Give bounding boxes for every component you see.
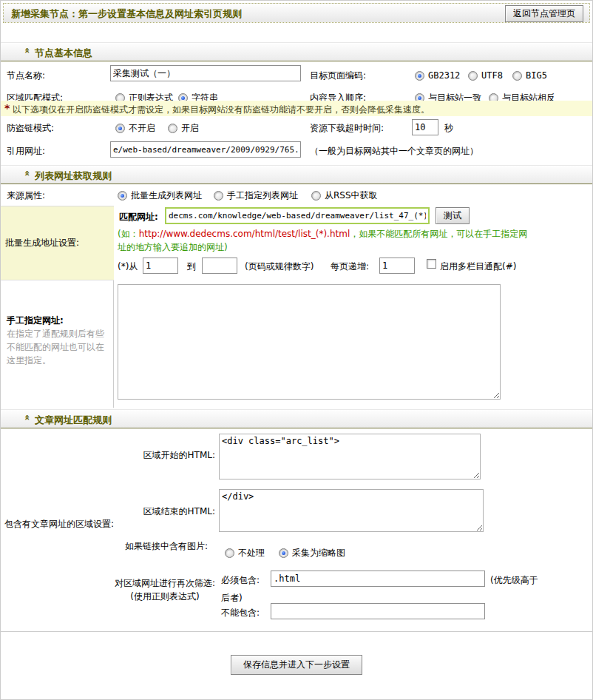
footer-divider: [1, 631, 593, 632]
must-exclude-label: 不能包含:: [221, 608, 260, 618]
radio-manual-list[interactable]: [214, 191, 223, 201]
multi-column-label: 启用多栏目通配(#): [440, 261, 516, 272]
node-name-input[interactable]: [110, 65, 301, 81]
encoding-label: 目标页面编码:: [310, 70, 366, 81]
notice-text: 以下选项仅在开启防盗链模式才需设定，如果目标网站没有防盗链功能请不要开启，否则会…: [13, 104, 430, 116]
radio-encoding-utf8[interactable]: [468, 71, 478, 81]
radio-label: GB2312: [428, 70, 460, 81]
collapse-icon[interactable]: «: [23, 414, 32, 423]
end-html-textarea[interactable]: </div>: [219, 489, 484, 532]
save-and-next-button[interactable]: 保存信息并进入下一步设置: [231, 655, 362, 675]
ref-url-input[interactable]: [110, 141, 301, 158]
page-header-bar: 新增采集节点：第一步设置基本信息及网址索引页规则 返回节点管理页: [3, 3, 590, 23]
test-button[interactable]: 测试: [436, 207, 470, 224]
radio-label: 采集为缩略图: [292, 548, 345, 558]
url-filter-label: 对区域网址进行再次筛选:: [115, 578, 215, 588]
ref-url-label: 引用网址:: [7, 146, 45, 156]
manual-url-textarea[interactable]: [118, 284, 501, 400]
image-in-link-label: 如果链接中含有图片:: [118, 539, 215, 553]
url-filter-sublabel: (使用正则表达式): [130, 591, 199, 602]
hint-prefix: (如：: [118, 229, 139, 239]
range-hint: (页码或规律数字): [245, 261, 314, 272]
radio-label: 不处理: [238, 548, 265, 558]
must-include-hint-line1: (优先级高于: [490, 575, 538, 585]
section-title: 列表网址获取规则: [35, 169, 112, 183]
radio-label: 从RSS中获取: [325, 190, 378, 201]
node-name-label: 节点名称:: [7, 70, 45, 81]
notice-star-icon: *: [4, 102, 10, 114]
radio-encoding-big5[interactable]: [512, 71, 522, 81]
radio-label: 批量生成列表网址: [131, 190, 202, 201]
radio-rss[interactable]: [311, 191, 321, 201]
radio-label: 不开启: [129, 123, 155, 133]
match-url-hint: (如：http://www.dedecms.com/html/test/list…: [118, 227, 528, 254]
section-header-basic-info: « 节点基本信息: [1, 42, 593, 61]
manual-url-hint: 在指定了通配规则后有些不能匹配的网址也可以在这里指定。: [7, 327, 110, 367]
section-title: 节点基本信息: [35, 47, 92, 60]
step-input[interactable]: [379, 258, 415, 274]
back-to-node-manager-button[interactable]: 返回节点管理页: [505, 5, 583, 22]
radio-antileech-off[interactable]: [115, 124, 125, 133]
timeout-input[interactable]: [412, 119, 438, 135]
radio-image-ignore[interactable]: [225, 548, 234, 558]
hint-url: http://www.dedecms.com/html/test/list_(*…: [139, 229, 350, 239]
multi-column-checkbox[interactable]: [427, 259, 436, 269]
match-url-input[interactable]: [165, 207, 430, 224]
radio-label: 手工指定列表网址: [227, 190, 298, 201]
range-from-input[interactable]: [143, 258, 178, 274]
radio-antileech-on[interactable]: [168, 124, 177, 133]
collection-node-setup-page: 新增采集节点：第一步设置基本信息及网址索引页规则 返回节点管理页 « 节点基本信…: [0, 0, 593, 700]
manual-url-label-cell: 手工指定网址: 在指定了通配规则后有些不能匹配的网址也可以在这里指定。: [1, 280, 114, 408]
radio-image-thumbnail[interactable]: [279, 548, 288, 558]
must-exclude-input[interactable]: [271, 603, 485, 619]
match-url-label: 匹配网址:: [119, 212, 158, 222]
section-header-list-rules: « 列表网址获取规则: [1, 165, 593, 184]
radio-batch-generate[interactable]: [118, 191, 127, 201]
start-html-label: 区域开始的HTML:: [112, 449, 215, 462]
timeout-label: 资源下载超时时间:: [310, 123, 384, 133]
section-title: 文章网址匹配规则: [35, 414, 112, 427]
url-filter-label-block: 对区域网址进行再次筛选: (使用正则表达式): [113, 576, 217, 603]
source-label: 来源属性:: [7, 190, 45, 201]
must-include-input[interactable]: [271, 571, 485, 587]
start-html-textarea[interactable]: <div class="arc_list">: [219, 434, 481, 479]
collapse-icon[interactable]: «: [23, 47, 32, 56]
radio-label: UTF8: [481, 70, 503, 81]
timeout-unit: 秒: [444, 123, 453, 133]
must-include-label: 必须包含:: [221, 575, 260, 585]
range-from-label: (*)从: [118, 261, 138, 272]
range-to-label: 到: [187, 261, 196, 272]
step-label: 每页递增:: [331, 261, 369, 272]
collapse-icon[interactable]: «: [23, 170, 32, 179]
page-title: 新增采集节点：第一步设置基本信息及网址索引页规则: [11, 7, 242, 21]
ref-url-hint: （一般为目标网站其中一个文章页的网址）: [310, 146, 478, 156]
radio-label: BIG5: [526, 70, 547, 81]
anti-leech-notice-bar: * 以下选项仅在开启防盗链模式才需设定，如果目标网站没有防盗链功能请不要开启，否…: [1, 101, 593, 116]
radio-encoding-gb2312[interactable]: [415, 71, 424, 81]
must-include-hint-line2: 后者): [221, 593, 243, 603]
batch-settings-label: 批量生成地址设置:: [5, 238, 79, 248]
end-html-label: 区域结束的HTML:: [112, 505, 215, 518]
area-settings-label: 包含有文章网址的区域设置:: [4, 519, 114, 529]
manual-url-label: 手工指定网址:: [7, 314, 110, 327]
range-to-input[interactable]: [202, 258, 237, 274]
radio-label: 开启: [181, 123, 199, 133]
section-header-article-rules: « 文章网址匹配规则: [1, 409, 593, 428]
antileech-label: 防盗链模式:: [7, 123, 54, 133]
